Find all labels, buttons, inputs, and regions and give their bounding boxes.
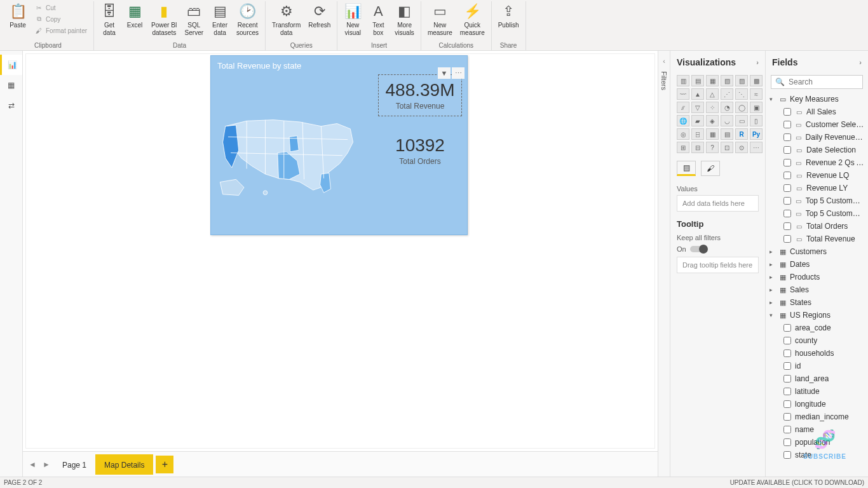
table-products[interactable]: ▸▦Products xyxy=(768,271,865,283)
field-item[interactable]: ▭Total Orders xyxy=(777,220,865,233)
field-checkbox[interactable] xyxy=(783,375,791,383)
viz-waterfall[interactable]: ⫽ xyxy=(677,102,689,113)
field-checkbox[interactable] xyxy=(783,146,791,154)
viz-r[interactable]: R xyxy=(735,128,748,140)
viz-100-column[interactable]: ▩ xyxy=(750,75,763,86)
field-checkbox[interactable] xyxy=(783,349,791,357)
viz-key-influencers[interactable]: ⊞ xyxy=(677,142,689,153)
field-checkbox[interactable] xyxy=(783,426,791,433)
viz-stacked-column[interactable]: ▤ xyxy=(691,75,704,86)
field-checkbox[interactable] xyxy=(783,108,791,116)
refresh-button[interactable]: ⟳Refresh xyxy=(306,1,333,30)
viz-funnel[interactable]: ▽ xyxy=(691,102,704,113)
search-input[interactable] xyxy=(789,78,868,86)
viz-line-stacked[interactable]: ⋰ xyxy=(721,88,733,100)
field-checkbox[interactable] xyxy=(783,451,791,459)
tab-prev-button[interactable]: ◄ xyxy=(25,458,39,471)
new-visual-button[interactable]: 📊New visual xyxy=(341,1,364,38)
publish-button[interactable]: ⇪Publish xyxy=(496,1,522,30)
add-page-button[interactable]: + xyxy=(156,456,173,473)
field-item[interactable]: area_code xyxy=(777,322,865,334)
field-checkbox[interactable] xyxy=(783,337,791,344)
more-visuals-button[interactable]: ◧More visuals xyxy=(392,1,417,38)
viz-multi-card[interactable]: ▯ xyxy=(750,115,763,126)
quick-measure-button[interactable]: ⚡Quick measure xyxy=(458,1,487,38)
kpi-total-revenue[interactable]: 488.39M Total Revenue xyxy=(378,74,462,116)
page-tab-1[interactable]: Page 1 xyxy=(53,454,95,475)
table-states[interactable]: ▸▦States xyxy=(768,296,865,309)
field-item[interactable]: ▭Revenue LY xyxy=(777,182,865,194)
viz-qa[interactable]: ? xyxy=(706,142,719,153)
field-checkbox[interactable] xyxy=(783,388,791,395)
viz-line[interactable]: 〰 xyxy=(677,88,689,100)
viz-filled-map[interactable]: ▰ xyxy=(691,115,704,126)
fields-search[interactable]: 🔍 xyxy=(771,75,863,89)
viz-arcgis[interactable]: ⊙ xyxy=(735,142,748,153)
field-checkbox[interactable] xyxy=(783,184,791,192)
viz-pie[interactable]: ◔ xyxy=(721,102,733,113)
field-checkbox[interactable] xyxy=(783,222,791,230)
viz-stacked-area[interactable]: △ xyxy=(706,88,719,100)
field-checkbox[interactable] xyxy=(783,235,791,243)
viz-py[interactable]: Py xyxy=(750,128,763,140)
visual-filter-icon[interactable]: ▼ xyxy=(438,67,451,79)
field-item[interactable]: ▭Top 5 Customers ... xyxy=(777,207,865,220)
table-us-regions[interactable]: ▾ ▦ US Regions xyxy=(768,309,865,322)
tooltip-field-well[interactable]: Drag tooltip fields here xyxy=(677,257,759,273)
report-view-button[interactable]: 📊 xyxy=(0,55,22,75)
model-view-button[interactable]: ⇄ xyxy=(0,95,22,116)
field-item[interactable]: ▭Revenue LQ xyxy=(777,169,865,182)
field-checkbox[interactable] xyxy=(783,413,791,421)
keep-filters-toggle[interactable] xyxy=(690,246,707,252)
filters-pane-collapsed[interactable]: ‹ Filters xyxy=(658,51,670,477)
field-checkbox[interactable] xyxy=(783,438,791,446)
viz-donut[interactable]: ◯ xyxy=(735,102,748,113)
text-box-button[interactable]: AText box xyxy=(367,1,390,38)
field-item[interactable]: land_area xyxy=(777,372,865,385)
viz-map[interactable]: 🌐 xyxy=(677,115,689,126)
viz-matrix[interactable]: ▤ xyxy=(721,128,733,140)
page-tab-2[interactable]: Map Details xyxy=(95,454,153,475)
field-item[interactable]: ▭Total Revenue xyxy=(777,233,865,245)
field-item[interactable]: median_income xyxy=(777,410,865,423)
sql-server-button[interactable]: 🗃SQL Server xyxy=(182,1,206,38)
values-field-well[interactable]: Add data fields here xyxy=(677,195,759,212)
field-checkbox[interactable] xyxy=(783,400,791,408)
report-canvas[interactable]: ▼ ⋯ Total Revenue by state xyxy=(23,51,658,477)
field-checkbox[interactable] xyxy=(783,121,791,128)
field-item[interactable]: population xyxy=(777,436,865,449)
transform-data-button[interactable]: ⚙Transform data xyxy=(269,1,303,38)
table-customers[interactable]: ▸▦Customers xyxy=(768,245,865,258)
new-measure-button[interactable]: ▭New measure xyxy=(425,1,455,38)
field-item[interactable]: ▭Date Selection xyxy=(777,144,865,156)
pbi-datasets-button[interactable]: ▮Power BI datasets xyxy=(149,1,180,38)
viz-scatter[interactable]: ⁘ xyxy=(706,102,719,113)
viz-stacked-bar[interactable]: ▥ xyxy=(677,75,689,86)
field-checkbox[interactable] xyxy=(783,133,791,141)
field-item[interactable]: longitude xyxy=(777,398,865,410)
field-item[interactable]: households xyxy=(777,347,865,360)
viz-area[interactable]: ▲ xyxy=(691,88,704,100)
field-item[interactable]: ▭Revenue 2 Qs Ago xyxy=(777,156,865,169)
field-item[interactable]: ▭Daily Revenue Lo... xyxy=(777,131,865,144)
viz-clustered-column[interactable]: ▧ xyxy=(721,75,733,86)
copy-button[interactable]: ⧉Copy xyxy=(32,14,90,24)
get-data-button[interactable]: 🗄Get data xyxy=(98,1,121,38)
field-item[interactable]: county xyxy=(777,334,865,347)
visual-more-icon[interactable]: ⋯ xyxy=(452,67,465,79)
viz-kpi[interactable]: ◎ xyxy=(677,128,689,140)
status-update-link[interactable]: UPDATE AVAILABLE (CLICK TO DOWNLOAD) xyxy=(730,479,864,486)
viz-clustered-bar[interactable]: ▦ xyxy=(706,75,719,86)
viz-slicer[interactable]: ⌸ xyxy=(691,128,704,140)
format-tab-button[interactable]: 🖌 xyxy=(701,161,720,176)
viz-table[interactable]: ▦ xyxy=(706,128,719,140)
chevron-right-icon[interactable]: › xyxy=(756,58,759,66)
viz-more[interactable]: ⋯ xyxy=(750,142,763,153)
field-checkbox[interactable] xyxy=(783,210,791,217)
table-key-measures[interactable]: ▾ ▭ Key Measures xyxy=(768,93,865,105)
viz-gauge[interactable]: ◡ xyxy=(721,115,733,126)
kpi-total-orders[interactable]: 10392 Total Orders xyxy=(378,135,462,166)
field-item[interactable]: state xyxy=(777,449,865,461)
field-checkbox[interactable] xyxy=(783,362,791,370)
field-checkbox[interactable] xyxy=(783,172,791,179)
